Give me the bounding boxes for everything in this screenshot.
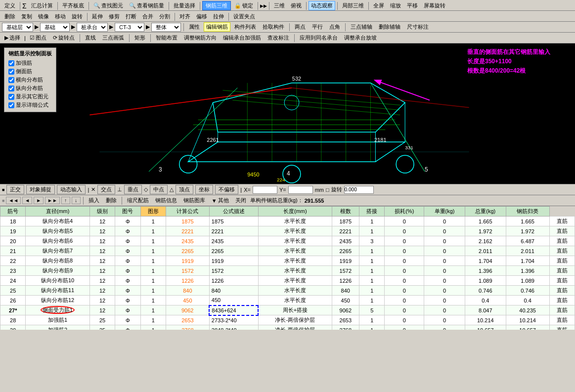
table-cell[interactable]: Φ: [115, 276, 140, 286]
btn-trim[interactable]: 修剪: [106, 12, 122, 21]
table-cell[interactable]: 2848-2*40: [209, 325, 258, 330]
table-cell[interactable]: 1226: [209, 276, 258, 286]
table-cell[interactable]: 0.746: [465, 286, 506, 296]
table-cell[interactable]: 9062: [332, 305, 359, 315]
table-cell[interactable]: 直筋: [549, 217, 575, 226]
table-cell[interactable]: Φ: [115, 296, 140, 305]
btn-steel-info[interactable]: 钢筋信息: [153, 196, 179, 205]
table-cell[interactable]: Φ: [115, 217, 140, 226]
btn-copy[interactable]: 复制: [19, 12, 35, 21]
table-cell[interactable]: 1875: [166, 217, 209, 226]
table-cell[interactable]: 12: [89, 256, 115, 266]
btn-insert[interactable]: 插入: [86, 196, 102, 205]
btn-top[interactable]: 顶点: [176, 185, 193, 194]
btn-dynamic-input[interactable]: 动态输入: [57, 185, 86, 194]
btn-view-steel[interactable]: 🔍 查看钢筋量: [127, 1, 167, 10]
table-cell[interactable]: 12: [89, 296, 115, 305]
table-cell[interactable]: Φ: [115, 325, 140, 330]
table-cell[interactable]: 23: [0, 266, 26, 276]
btn-level[interactable]: 平齐板底: [60, 1, 87, 10]
table-row[interactable]: 23纵向分布筋912Φ115721572水平长度15721001.3961.39…: [0, 266, 575, 276]
btn-mirror[interactable]: 镜像: [36, 12, 51, 21]
x-input[interactable]: [253, 186, 277, 194]
table-cell[interactable]: 12: [89, 305, 115, 315]
table-cell[interactable]: 840: [332, 286, 359, 296]
btn-fullscreen[interactable]: 全屏: [371, 1, 387, 10]
table-cell[interactable]: 1: [359, 217, 385, 226]
table-cell[interactable]: 2435: [166, 236, 209, 246]
table-cell[interactable]: 1: [359, 266, 385, 276]
table-cell[interactable]: 纵向分布筋7: [26, 246, 89, 256]
table-cell[interactable]: 0: [385, 296, 424, 305]
layer-select-3[interactable]: 桩承台: [77, 23, 108, 32]
table-cell[interactable]: Φ: [115, 256, 140, 266]
btn-snap[interactable]: 对象捕捉: [26, 185, 55, 194]
btn-adjust-dir[interactable]: 调整钢筋方向: [181, 33, 219, 43]
btn-orthogonal[interactable]: 正交: [6, 185, 24, 194]
cb-row-4[interactable]: 纵向分布筋: [8, 85, 52, 92]
btn-lock[interactable]: 🔒 锁定: [232, 1, 256, 10]
cb-row-5[interactable]: 显示其它图元: [8, 93, 52, 100]
table-cell[interactable]: Φ: [115, 226, 140, 236]
btn-edit-pile[interactable]: 编辑承台加强筋: [221, 33, 264, 43]
table-cell[interactable]: 1: [359, 315, 385, 325]
btn-check-mark[interactable]: 查改标注: [265, 33, 292, 43]
table-cell[interactable]: 水平长度: [258, 256, 332, 266]
table-cell[interactable]: 1: [140, 296, 166, 305]
btn-intersect[interactable]: 交点: [97, 185, 115, 194]
table-cell[interactable]: 水平长度: [258, 226, 332, 236]
table-cell[interactable]: 2733-2*40: [209, 315, 258, 325]
table-cell[interactable]: 2265: [209, 246, 258, 256]
table-cell[interactable]: 2.162: [465, 236, 506, 246]
table-cell[interactable]: 水平长度: [258, 217, 332, 226]
table-cell[interactable]: Φ: [115, 315, 140, 325]
table-cell[interactable]: 28: [0, 315, 26, 325]
table-cell[interactable]: 直筋: [549, 266, 575, 276]
cb-vertical[interactable]: [8, 86, 14, 91]
cb-detail-formula[interactable]: [8, 102, 14, 108]
btn-component-list[interactable]: 构件列表: [232, 22, 259, 32]
table-cell[interactable]: Φ: [115, 246, 140, 256]
table-cell[interactable]: 1919: [166, 256, 209, 266]
table-cell[interactable]: 加强筋2: [26, 325, 89, 330]
btn-two-point[interactable]: 两点: [292, 22, 308, 32]
btn-define[interactable]: 定义: [2, 1, 18, 10]
table-cell[interactable]: 1572: [209, 266, 258, 276]
table-row[interactable]: 18纵向分布筋412Φ118751875水平长度18751001.6651.66…: [0, 217, 575, 226]
btn-line[interactable]: 直线: [83, 33, 98, 43]
table-cell[interactable]: 纵向分布筋6: [26, 236, 89, 246]
table-cell[interactable]: 2435: [209, 236, 258, 246]
table-cell[interactable]: 2768: [332, 325, 359, 330]
btn-apply-same[interactable]: 应用到同名承台: [297, 33, 340, 43]
btn-dim[interactable]: 尺寸标注: [404, 22, 431, 32]
table-cell[interactable]: 1: [359, 246, 385, 256]
table-cell[interactable]: 22: [0, 256, 26, 266]
table-cell[interactable]: 水平长度: [258, 266, 332, 276]
table-row[interactable]: 21纵向分布筋712Φ122652265水平长度22651002.0112.01…: [0, 246, 575, 256]
table-cell[interactable]: 1572: [332, 266, 359, 276]
table-cell[interactable]: 加强筋1: [26, 315, 89, 325]
btn-nav-last[interactable]: ►►: [45, 197, 60, 204]
rotation-input[interactable]: [344, 186, 374, 194]
btn-nav-prev[interactable]: ◄: [22, 197, 32, 204]
table-cell[interactable]: 0: [424, 226, 465, 236]
table-cell[interactable]: 450: [332, 296, 359, 305]
table-cell[interactable]: 2435: [332, 236, 359, 246]
table-cell[interactable]: 纵向分布筋8: [26, 256, 89, 266]
table-cell[interactable]: 12: [89, 236, 115, 246]
table-cell[interactable]: 2653: [332, 315, 359, 325]
table-cell[interactable]: 1.089: [465, 276, 506, 286]
btn-extend[interactable]: 延伸: [89, 12, 105, 21]
table-row[interactable]: 26纵向分布筋1212Φ1450450水平长度4501000.40.4直筋: [0, 296, 575, 305]
table-cell[interactable]: 0.4: [465, 296, 506, 305]
table-cell[interactable]: 2768: [166, 325, 209, 330]
table-container[interactable]: 筋号 直径(mm) 级别 图号 图形 计算公式 公式描述 长度(mm) 根数 搭…: [0, 206, 575, 330]
table-cell[interactable]: 周长+搭接: [258, 305, 332, 315]
cb-row-1[interactable]: 加强筋: [8, 59, 52, 67]
table-cell[interactable]: Φ: [115, 266, 140, 276]
btn-align[interactable]: 对齐: [177, 12, 193, 21]
table-cell[interactable]: 12: [89, 226, 115, 236]
table-cell[interactable]: 25: [0, 286, 26, 296]
table-cell[interactable]: 直筋: [549, 246, 575, 256]
table-cell[interactable]: 净长-两倍保护层: [258, 315, 332, 325]
